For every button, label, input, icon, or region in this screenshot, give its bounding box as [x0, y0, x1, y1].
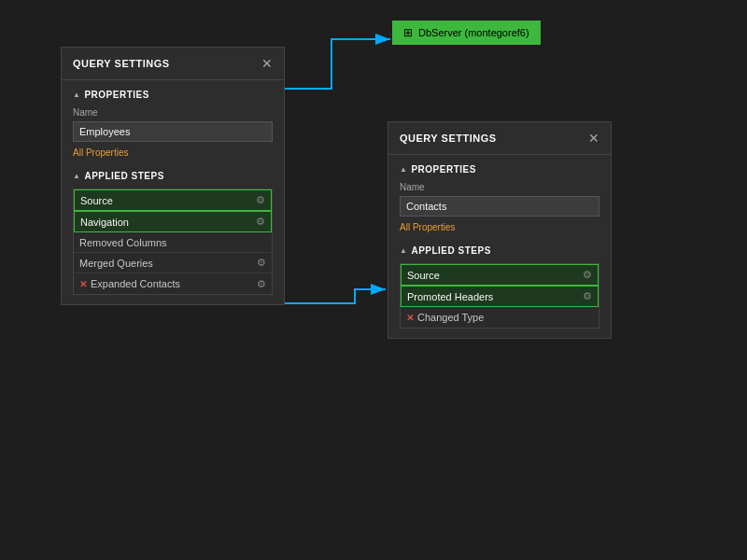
- panel-employees: QUERY SETTINGS ✕ PROPERTIES Name All Pro…: [61, 47, 285, 305]
- panel1-step-merged-queries-label: Merged Queries: [79, 258, 153, 269]
- panel1-step-navigation[interactable]: Navigation ⚙: [74, 211, 272, 232]
- panel2-step-promoted-headers-label: Promoted Headers: [407, 291, 493, 302]
- panel1-step-expanded-contacts[interactable]: ✕ Expanded Contacts ⚙: [74, 273, 272, 294]
- panel2-applied-steps-header: APPLIED STEPS: [400, 245, 599, 256]
- panel2-title: QUERY SETTINGS: [400, 133, 497, 144]
- gear-icon[interactable]: ⚙: [256, 194, 265, 206]
- arrow-panel1-to-dbserver: [285, 39, 390, 89]
- panel2-step-source[interactable]: Source ⚙: [401, 264, 599, 286]
- panel1-header: QUERY SETTINGS ✕: [62, 48, 284, 80]
- gear-icon[interactable]: ⚙: [583, 269, 592, 281]
- panel1-step-removed-columns[interactable]: Removed Columns: [74, 232, 272, 253]
- x-mark-icon: ✕: [79, 279, 87, 289]
- panel1-step-source-label: Source: [80, 195, 113, 206]
- panel1-step-merged-queries[interactable]: Merged Queries ⚙: [74, 253, 272, 273]
- panel1-name-label: Name: [73, 107, 273, 118]
- panel1-step-removed-columns-label: Removed Columns: [79, 237, 167, 248]
- panel1-steps-list: Source ⚙ Navigation ⚙ Removed Columns: [73, 189, 273, 295]
- panel1-step-navigation-label: Navigation: [80, 217, 129, 228]
- panel1-all-properties-link[interactable]: All Properties: [73, 147, 273, 158]
- db-icon: ⊞: [403, 26, 413, 39]
- arrow-panel1-to-panel2: [285, 289, 386, 303]
- panel1-step-expanded-contacts-label: Expanded Contacts: [91, 278, 180, 289]
- panel2-all-properties-link[interactable]: All Properties: [400, 222, 599, 232]
- panel1-name-input[interactable]: [73, 121, 273, 142]
- panel1-step-source[interactable]: Source ⚙: [74, 189, 272, 211]
- panel2-step-changed-type[interactable]: ✕ Changed Type: [401, 307, 599, 328]
- panel2-name-label: Name: [400, 182, 599, 192]
- dbserver-box: ⊞ DbServer (montegoref6): [392, 21, 541, 45]
- panel2-step-changed-type-label: Changed Type: [417, 312, 484, 323]
- gear-icon[interactable]: ⚙: [257, 278, 266, 290]
- gear-icon[interactable]: ⚙: [256, 216, 265, 228]
- dbserver-label: DbServer (montegoref6): [418, 27, 529, 38]
- gear-icon[interactable]: ⚙: [583, 290, 592, 302]
- panel2-close-button[interactable]: ✕: [588, 132, 599, 145]
- panel2-properties-header: PROPERTIES: [400, 164, 599, 175]
- panel-contacts: QUERY SETTINGS ✕ PROPERTIES Name All Pro…: [388, 121, 612, 339]
- panel2-name-input[interactable]: [400, 196, 599, 217]
- panel2-steps-list: Source ⚙ Promoted Headers ⚙ ✕ Changed Ty…: [400, 263, 599, 329]
- panel2-header: QUERY SETTINGS ✕: [388, 122, 611, 155]
- panel1-properties-header: PROPERTIES: [73, 90, 273, 100]
- x-mark-icon: ✕: [406, 313, 414, 323]
- gear-icon[interactable]: ⚙: [257, 257, 266, 269]
- panel2-step-promoted-headers[interactable]: Promoted Headers ⚙: [401, 286, 599, 307]
- panel1-applied-steps-header: APPLIED STEPS: [73, 171, 273, 181]
- panel2-step-source-label: Source: [407, 270, 440, 281]
- panel1-title: QUERY SETTINGS: [73, 58, 170, 69]
- panel1-close-button[interactable]: ✕: [261, 57, 273, 70]
